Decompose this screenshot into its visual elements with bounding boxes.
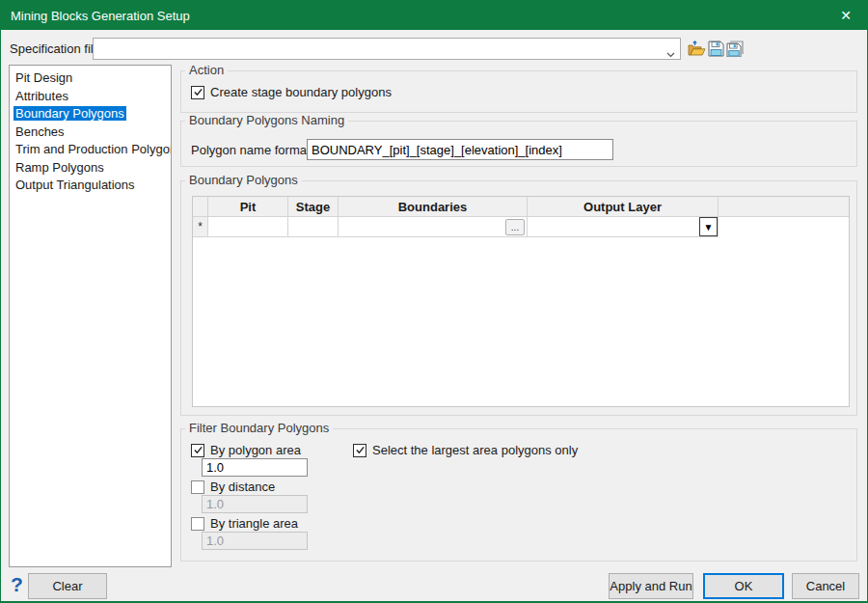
checkbox-box[interactable] (191, 517, 204, 531)
output-layer-dropdown-button[interactable]: ▼ (699, 217, 718, 236)
by-distance-label: By distance (210, 480, 275, 494)
checkbox-box[interactable] (191, 480, 204, 494)
dropdown-arrow-icon: ▼ (704, 222, 714, 233)
titlebar: Mining Blocks Generation Setup ✕ (1, 1, 867, 30)
by-polygon-area-checkbox[interactable]: By polygon area (191, 443, 301, 457)
sidebar-item-benches[interactable]: Benches (10, 123, 171, 142)
open-folder-icon[interactable] (687, 40, 706, 58)
cell-stage[interactable] (288, 217, 339, 237)
boundary-polygons-group: Boundary Polygons Pit Stage Boundaries O… (180, 180, 857, 416)
polygon-name-format-label: Polygon name format (191, 143, 311, 157)
column-header-boundaries: Boundaries (339, 197, 528, 217)
spec-file-input[interactable] (95, 40, 661, 58)
distance-input (202, 495, 308, 513)
checkbox-box[interactable] (191, 86, 204, 99)
save-as-icon[interactable] (725, 40, 745, 58)
naming-group: Boundary Polygons Naming Polygon name fo… (180, 121, 857, 167)
checkmark-icon (193, 445, 203, 455)
sidebar-item-output-triangulations[interactable]: Output Triangulations (10, 177, 171, 195)
cell-output-layer[interactable]: ▼ (528, 217, 719, 237)
row-filler (719, 217, 849, 237)
cell-boundaries[interactable]: ... (339, 217, 528, 237)
sidebar-item-trim-production[interactable]: Trim and Production Polygons (10, 141, 171, 159)
checkmark-icon (355, 445, 366, 455)
action-group-title: Action (185, 63, 228, 77)
filter-group-title: Filter Boundary Polygons (185, 421, 333, 435)
table-row: * ... ▼ (193, 217, 849, 237)
apply-and-run-button[interactable]: Apply and Run (609, 573, 693, 599)
filter-group: Filter Boundary Polygons By polygon area… (180, 428, 857, 562)
sidebar-item-boundary-polygons[interactable]: Boundary Polygons (10, 105, 171, 123)
mining-blocks-dialog: Mining Blocks Generation Setup ✕ Specifi… (0, 0, 868, 603)
checkmark-icon (193, 87, 203, 97)
help-icon[interactable]: ? (11, 573, 23, 596)
select-largest-checkbox[interactable]: Select the largest area polygons only (353, 443, 578, 457)
save-icon[interactable] (706, 40, 725, 58)
boundary-polygons-group-title: Boundary Polygons (185, 173, 302, 187)
create-stage-label: Create stage boundary polygons (210, 85, 392, 99)
column-header-stage: Stage (288, 197, 339, 217)
cell-pit[interactable] (208, 217, 288, 237)
polygon-area-input[interactable] (202, 458, 308, 477)
corner-header (193, 197, 208, 217)
naming-group-title: Boundary Polygons Naming (185, 113, 348, 127)
chevron-down-icon[interactable] (666, 46, 675, 61)
ok-button[interactable]: OK (703, 573, 784, 599)
close-icon[interactable]: ✕ (825, 1, 867, 30)
create-stage-checkbox[interactable]: Create stage boundary polygons (191, 85, 392, 99)
table-header-row: Pit Stage Boundaries Output Layer (193, 197, 849, 217)
by-triangle-area-checkbox[interactable]: By triangle area (191, 516, 298, 531)
spec-file-label: Specification file (10, 41, 100, 56)
clear-button[interactable]: Clear (28, 573, 107, 599)
window-title: Mining Blocks Generation Setup (11, 9, 190, 23)
checkbox-box[interactable] (353, 444, 366, 457)
by-triangle-area-label: By triangle area (210, 516, 298, 531)
by-distance-checkbox[interactable]: By distance (191, 480, 275, 494)
by-polygon-area-label: By polygon area (210, 443, 301, 457)
new-row-marker: * (193, 217, 208, 237)
select-largest-label: Select the largest area polygons only (372, 443, 578, 457)
column-header-filler (719, 197, 849, 217)
triangle-area-input (202, 532, 308, 550)
sidebar-item-attributes[interactable]: Attributes (10, 88, 171, 106)
column-header-output-layer: Output Layer (528, 197, 719, 217)
sidebar-item-pit-design[interactable]: Pit Design (10, 69, 171, 88)
spec-file-combobox[interactable] (93, 38, 681, 60)
column-header-pit: Pit (208, 197, 288, 217)
cancel-button[interactable]: Cancel (792, 573, 859, 599)
boundaries-browse-button[interactable]: ... (505, 219, 525, 235)
sidebar-item-ramp-polygons[interactable]: Ramp Polygons (10, 159, 171, 178)
section-list: Pit Design Attributes Boundary Polygons … (9, 65, 172, 567)
boundary-polygons-table: Pit Stage Boundaries Output Layer * ... … (192, 196, 850, 407)
action-group: Action Create stage boundary polygons (180, 70, 857, 113)
checkbox-box[interactable] (191, 444, 204, 457)
polygon-name-format-input[interactable] (307, 139, 613, 160)
